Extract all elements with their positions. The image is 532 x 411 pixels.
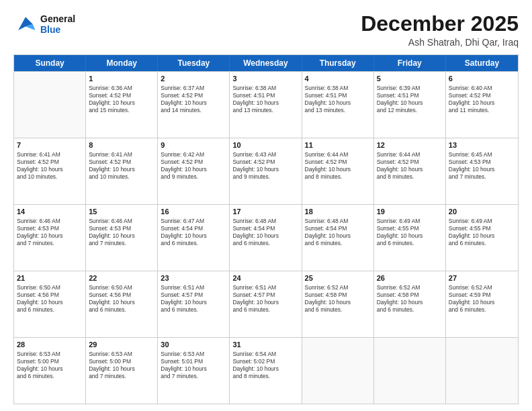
calendar-cell: 22Sunrise: 6:50 AM Sunset: 4:56 PM Dayli… — [86, 271, 158, 337]
calendar-week-3: 14Sunrise: 6:46 AM Sunset: 4:53 PM Dayli… — [14, 204, 518, 271]
calendar-cell — [374, 338, 446, 404]
day-number: 3 — [232, 74, 298, 84]
calendar-cell: 7Sunrise: 6:41 AM Sunset: 4:52 PM Daylig… — [14, 138, 86, 204]
calendar-cell: 6Sunrise: 6:40 AM Sunset: 4:52 PM Daylig… — [446, 72, 518, 138]
day-number: 20 — [449, 207, 515, 217]
calendar-cell: 5Sunrise: 6:39 AM Sunset: 4:51 PM Daylig… — [374, 72, 446, 138]
page: General Blue December 2025 Ash Shatrah, … — [0, 0, 532, 411]
day-info: Sunrise: 6:36 AM Sunset: 4:52 PM Dayligh… — [89, 85, 154, 114]
day-info: Sunrise: 6:53 AM Sunset: 5:01 PM Dayligh… — [161, 351, 226, 380]
day-number: 4 — [305, 74, 371, 84]
calendar-cell: 26Sunrise: 6:52 AM Sunset: 4:58 PM Dayli… — [374, 271, 446, 337]
header-day-saturday: Saturday — [446, 55, 518, 71]
header-day-monday: Monday — [86, 55, 158, 71]
calendar-cell: 24Sunrise: 6:51 AM Sunset: 4:57 PM Dayli… — [230, 271, 302, 337]
day-info: Sunrise: 6:46 AM Sunset: 4:53 PM Dayligh… — [17, 218, 83, 247]
day-number: 11 — [305, 140, 371, 150]
logo-text: General Blue — [40, 13, 75, 35]
day-info: Sunrise: 6:53 AM Sunset: 5:00 PM Dayligh… — [17, 351, 83, 380]
day-number: 24 — [232, 273, 298, 283]
calendar-cell: 18Sunrise: 6:48 AM Sunset: 4:54 PM Dayli… — [302, 205, 374, 271]
day-number: 30 — [161, 340, 226, 350]
day-number: 7 — [17, 140, 83, 150]
calendar-cell: 31Sunrise: 6:54 AM Sunset: 5:02 PM Dayli… — [230, 338, 302, 404]
day-info: Sunrise: 6:40 AM Sunset: 4:52 PM Dayligh… — [449, 85, 515, 114]
title-block: December 2025 Ash Shatrah, Dhi Qar, Iraq — [361, 12, 519, 48]
day-info: Sunrise: 6:37 AM Sunset: 4:52 PM Dayligh… — [161, 85, 226, 114]
day-info: Sunrise: 6:41 AM Sunset: 4:52 PM Dayligh… — [17, 151, 83, 181]
day-number: 2 — [161, 74, 226, 84]
day-info: Sunrise: 6:51 AM Sunset: 4:57 PM Dayligh… — [232, 284, 298, 314]
day-number: 31 — [232, 340, 298, 350]
day-info: Sunrise: 6:52 AM Sunset: 4:59 PM Dayligh… — [449, 284, 515, 314]
day-info: Sunrise: 6:42 AM Sunset: 4:52 PM Dayligh… — [161, 151, 226, 181]
day-info: Sunrise: 6:47 AM Sunset: 4:54 PM Dayligh… — [161, 218, 226, 247]
day-number: 9 — [161, 140, 226, 150]
day-info: Sunrise: 6:44 AM Sunset: 4:52 PM Dayligh… — [377, 151, 443, 181]
day-info: Sunrise: 6:52 AM Sunset: 4:58 PM Dayligh… — [377, 284, 443, 314]
header-day-sunday: Sunday — [14, 55, 86, 71]
main-title: December 2025 — [361, 12, 519, 36]
logo-icon — [13, 12, 38, 36]
logo: General Blue — [13, 12, 75, 36]
calendar-cell: 2Sunrise: 6:37 AM Sunset: 4:52 PM Daylig… — [158, 72, 230, 138]
calendar-cell: 12Sunrise: 6:44 AM Sunset: 4:52 PM Dayli… — [374, 138, 446, 204]
calendar-cell — [302, 338, 374, 404]
day-info: Sunrise: 6:49 AM Sunset: 4:55 PM Dayligh… — [377, 218, 443, 247]
calendar-cell: 29Sunrise: 6:53 AM Sunset: 5:00 PM Dayli… — [86, 338, 158, 404]
calendar-cell: 16Sunrise: 6:47 AM Sunset: 4:54 PM Dayli… — [158, 205, 230, 271]
day-info: Sunrise: 6:53 AM Sunset: 5:00 PM Dayligh… — [89, 351, 154, 380]
day-number: 15 — [89, 207, 154, 217]
day-number: 10 — [232, 140, 298, 150]
calendar-cell: 25Sunrise: 6:52 AM Sunset: 4:58 PM Dayli… — [302, 271, 374, 337]
calendar-body: 1Sunrise: 6:36 AM Sunset: 4:52 PM Daylig… — [14, 71, 518, 404]
day-number: 14 — [17, 207, 83, 217]
day-info: Sunrise: 6:52 AM Sunset: 4:58 PM Dayligh… — [305, 284, 371, 314]
day-number: 22 — [89, 273, 154, 283]
calendar-cell: 9Sunrise: 6:42 AM Sunset: 4:52 PM Daylig… — [158, 138, 230, 204]
day-number: 27 — [449, 273, 515, 283]
day-info: Sunrise: 6:38 AM Sunset: 4:51 PM Dayligh… — [232, 85, 298, 114]
calendar-cell — [14, 72, 86, 138]
day-number: 25 — [305, 273, 371, 283]
day-info: Sunrise: 6:46 AM Sunset: 4:53 PM Dayligh… — [89, 218, 154, 247]
day-number: 13 — [449, 140, 515, 150]
day-info: Sunrise: 6:38 AM Sunset: 4:51 PM Dayligh… — [305, 85, 371, 114]
calendar-cell: 4Sunrise: 6:38 AM Sunset: 4:51 PM Daylig… — [302, 72, 374, 138]
day-info: Sunrise: 6:49 AM Sunset: 4:55 PM Dayligh… — [449, 218, 515, 247]
day-number: 17 — [232, 207, 298, 217]
calendar-cell: 28Sunrise: 6:53 AM Sunset: 5:00 PM Dayli… — [14, 338, 86, 404]
calendar-cell: 20Sunrise: 6:49 AM Sunset: 4:55 PM Dayli… — [446, 205, 518, 271]
calendar-cell: 23Sunrise: 6:51 AM Sunset: 4:57 PM Dayli… — [158, 271, 230, 337]
subtitle: Ash Shatrah, Dhi Qar, Iraq — [361, 37, 519, 48]
calendar: SundayMondayTuesdayWednesdayThursdayFrid… — [13, 54, 519, 404]
day-number: 29 — [89, 340, 154, 350]
day-number: 1 — [89, 74, 154, 84]
day-number: 5 — [377, 74, 443, 84]
day-number: 6 — [449, 74, 515, 84]
day-info: Sunrise: 6:45 AM Sunset: 4:53 PM Dayligh… — [449, 151, 515, 181]
day-info: Sunrise: 6:50 AM Sunset: 4:56 PM Dayligh… — [17, 284, 83, 314]
day-number: 12 — [377, 140, 443, 150]
day-number: 21 — [17, 273, 83, 283]
calendar-cell: 10Sunrise: 6:43 AM Sunset: 4:52 PM Dayli… — [230, 138, 302, 204]
day-info: Sunrise: 6:39 AM Sunset: 4:51 PM Dayligh… — [377, 85, 443, 114]
calendar-cell: 11Sunrise: 6:44 AM Sunset: 4:52 PM Dayli… — [302, 138, 374, 204]
calendar-cell: 3Sunrise: 6:38 AM Sunset: 4:51 PM Daylig… — [230, 72, 302, 138]
calendar-header: SundayMondayTuesdayWednesdayThursdayFrid… — [14, 55, 518, 71]
calendar-cell: 17Sunrise: 6:48 AM Sunset: 4:54 PM Dayli… — [230, 205, 302, 271]
calendar-cell: 1Sunrise: 6:36 AM Sunset: 4:52 PM Daylig… — [86, 72, 158, 138]
day-info: Sunrise: 6:51 AM Sunset: 4:57 PM Dayligh… — [161, 284, 226, 314]
day-number: 16 — [161, 207, 226, 217]
day-number: 18 — [305, 207, 371, 217]
calendar-cell: 27Sunrise: 6:52 AM Sunset: 4:59 PM Dayli… — [446, 271, 518, 337]
day-info: Sunrise: 6:50 AM Sunset: 4:56 PM Dayligh… — [89, 284, 154, 314]
calendar-week-2: 7Sunrise: 6:41 AM Sunset: 4:52 PM Daylig… — [14, 138, 518, 204]
calendar-cell: 21Sunrise: 6:50 AM Sunset: 4:56 PM Dayli… — [14, 271, 86, 337]
day-number: 23 — [161, 273, 226, 283]
header-day-wednesday: Wednesday — [230, 55, 302, 71]
header-day-thursday: Thursday — [302, 55, 374, 71]
calendar-cell: 15Sunrise: 6:46 AM Sunset: 4:53 PM Dayli… — [86, 205, 158, 271]
day-info: Sunrise: 6:48 AM Sunset: 4:54 PM Dayligh… — [232, 218, 298, 247]
calendar-week-1: 1Sunrise: 6:36 AM Sunset: 4:52 PM Daylig… — [14, 71, 518, 138]
